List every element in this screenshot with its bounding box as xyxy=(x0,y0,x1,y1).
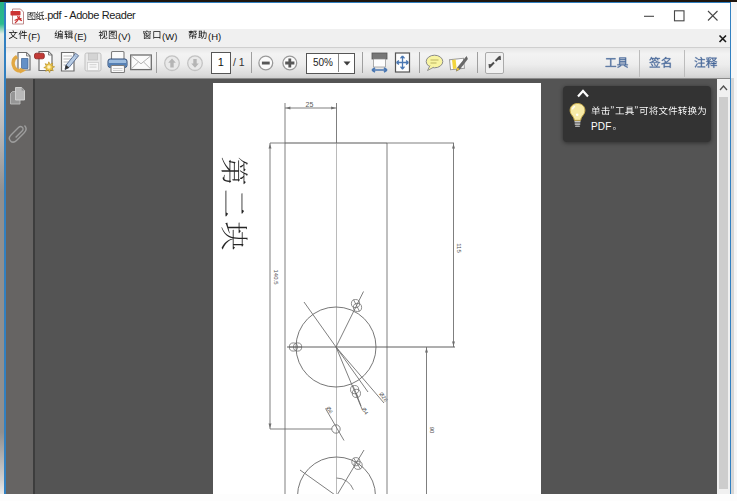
svg-text:Ø6: Ø6 xyxy=(325,405,334,414)
svg-text:25: 25 xyxy=(306,101,314,108)
svg-text:115: 115 xyxy=(456,243,462,253)
svg-text:140.5: 140.5 xyxy=(273,269,279,285)
svg-text:Ø4: Ø4 xyxy=(361,406,370,415)
svg-text:90: 90 xyxy=(429,427,435,434)
